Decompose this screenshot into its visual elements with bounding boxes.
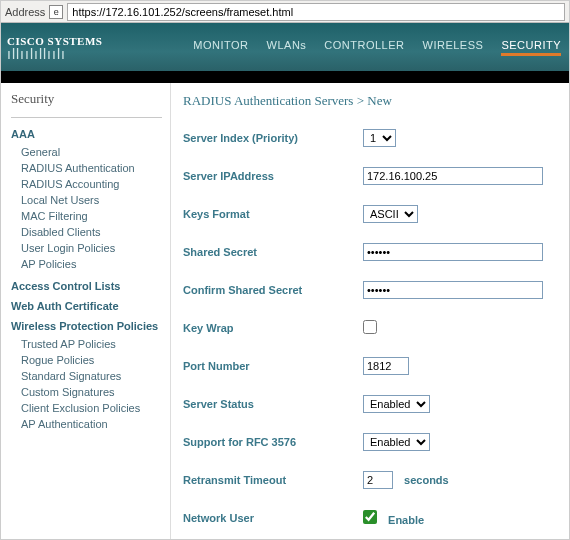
sidebar-link-local-net-users[interactable]: Local Net Users bbox=[11, 192, 162, 208]
row-server-ip: Server IPAddress bbox=[183, 161, 569, 191]
content-pane: RADIUS Authentication Servers > New Serv… bbox=[171, 83, 569, 540]
network-user-side-label: Enable bbox=[388, 514, 424, 526]
sidebar-link-ap-policies[interactable]: AP Policies bbox=[11, 256, 162, 272]
retransmit-timeout-input[interactable] bbox=[363, 471, 393, 489]
retransmit-timeout-unit: seconds bbox=[404, 474, 449, 486]
ie-page-icon: e bbox=[49, 5, 63, 19]
network-user-ctrl: Enable bbox=[363, 510, 424, 526]
row-retransmit-timeout: Retransmit Timeout seconds bbox=[183, 465, 569, 495]
network-user-checkbox[interactable] bbox=[363, 510, 377, 524]
row-confirm-secret: Confirm Shared Secret bbox=[183, 275, 569, 305]
row-rfc3576: Support for RFC 3576 Enabled bbox=[183, 427, 569, 457]
sidebar-link-radius-acct[interactable]: RADIUS Accounting bbox=[11, 176, 162, 192]
nav-monitor[interactable]: MONITOR bbox=[193, 39, 248, 56]
address-bar: Address e https://172.16.101.252/screens… bbox=[1, 1, 569, 23]
sidebar-link-mac-filtering[interactable]: MAC Filtering bbox=[11, 208, 162, 224]
row-key-wrap: Key Wrap bbox=[183, 313, 569, 343]
shared-secret-input[interactable] bbox=[363, 243, 543, 261]
address-url-text: https://172.16.101.252/screens/frameset.… bbox=[72, 6, 293, 18]
label-key-wrap: Key Wrap bbox=[183, 322, 363, 334]
sidebar-header-aaa[interactable]: AAA bbox=[11, 128, 162, 140]
sidebar-group-wpp: Wireless Protection Policies Trusted AP … bbox=[11, 320, 162, 432]
label-rfc3576: Support for RFC 3576 bbox=[183, 436, 363, 448]
sidebar-header-web-auth-cert[interactable]: Web Auth Certificate bbox=[11, 300, 162, 312]
nav-security[interactable]: SECURITY bbox=[501, 39, 561, 56]
label-server-ip: Server IPAddress bbox=[183, 170, 363, 182]
nav-wlans[interactable]: WLANs bbox=[267, 39, 307, 56]
key-wrap-checkbox[interactable] bbox=[363, 320, 377, 334]
top-bar: Cisco Systems ıllıılıllıılı MONITOR WLAN… bbox=[1, 23, 569, 71]
sidebar: Security AAA General RADIUS Authenticati… bbox=[1, 83, 171, 540]
label-retransmit-timeout: Retransmit Timeout bbox=[183, 474, 363, 486]
row-network-user: Network User Enable bbox=[183, 503, 569, 533]
nav-controller[interactable]: CONTROLLER bbox=[324, 39, 404, 56]
sidebar-heading: Security bbox=[11, 91, 162, 107]
rfc3576-select[interactable]: Enabled bbox=[363, 433, 430, 451]
row-port-number: Port Number bbox=[183, 351, 569, 381]
row-server-index: Server Index (Priority) 1 bbox=[183, 123, 569, 153]
label-server-index: Server Index (Priority) bbox=[183, 132, 363, 144]
sidebar-link-client-exclusion[interactable]: Client Exclusion Policies bbox=[11, 400, 162, 416]
server-ip-input[interactable] bbox=[363, 167, 543, 185]
address-url-field[interactable]: https://172.16.101.252/screens/frameset.… bbox=[67, 3, 565, 21]
label-server-status: Server Status bbox=[183, 398, 363, 410]
label-network-user: Network User bbox=[183, 512, 363, 524]
vendor-logo: Cisco Systems ıllıılıllıılı bbox=[7, 36, 102, 58]
address-label: Address bbox=[5, 6, 45, 18]
keys-format-select[interactable]: ASCII bbox=[363, 205, 418, 223]
sidebar-link-disabled-clients[interactable]: Disabled Clients bbox=[11, 224, 162, 240]
sidebar-link-rogue-policies[interactable]: Rogue Policies bbox=[11, 352, 162, 368]
sidebar-link-custom-signatures[interactable]: Custom Signatures bbox=[11, 384, 162, 400]
server-status-select[interactable]: Enabled bbox=[363, 395, 430, 413]
sidebar-group-aaa: AAA General RADIUS Authentication RADIUS… bbox=[11, 128, 162, 272]
top-black-strip bbox=[1, 71, 569, 83]
sidebar-link-trusted-ap[interactable]: Trusted AP Policies bbox=[11, 336, 162, 352]
top-nav: MONITOR WLANs CONTROLLER WIRELESS SECURI… bbox=[193, 39, 561, 56]
label-port-number: Port Number bbox=[183, 360, 363, 372]
label-confirm-secret: Confirm Shared Secret bbox=[183, 284, 363, 296]
server-index-select[interactable]: 1 bbox=[363, 129, 396, 147]
row-shared-secret: Shared Secret bbox=[183, 237, 569, 267]
confirm-secret-input[interactable] bbox=[363, 281, 543, 299]
retransmit-ctrl: seconds bbox=[363, 471, 449, 489]
sidebar-link-ap-authentication[interactable]: AP Authentication bbox=[11, 416, 162, 432]
sidebar-link-radius-auth[interactable]: RADIUS Authentication bbox=[11, 160, 162, 176]
sidebar-divider bbox=[11, 117, 162, 118]
vendor-logo-bars: ıllıılıllıılı bbox=[7, 50, 102, 58]
label-shared-secret: Shared Secret bbox=[183, 246, 363, 258]
sidebar-link-standard-signatures[interactable]: Standard Signatures bbox=[11, 368, 162, 384]
sidebar-header-acl[interactable]: Access Control Lists bbox=[11, 280, 162, 292]
sidebar-link-user-login-policies[interactable]: User Login Policies bbox=[11, 240, 162, 256]
label-keys-format: Keys Format bbox=[183, 208, 363, 220]
nav-wireless[interactable]: WIRELESS bbox=[423, 39, 484, 56]
sidebar-header-wpp[interactable]: Wireless Protection Policies bbox=[11, 320, 162, 332]
sidebar-link-general[interactable]: General bbox=[11, 144, 162, 160]
row-server-status: Server Status Enabled bbox=[183, 389, 569, 419]
row-keys-format: Keys Format ASCII bbox=[183, 199, 569, 229]
page-title: RADIUS Authentication Servers > New bbox=[183, 93, 569, 109]
port-number-input[interactable] bbox=[363, 357, 409, 375]
